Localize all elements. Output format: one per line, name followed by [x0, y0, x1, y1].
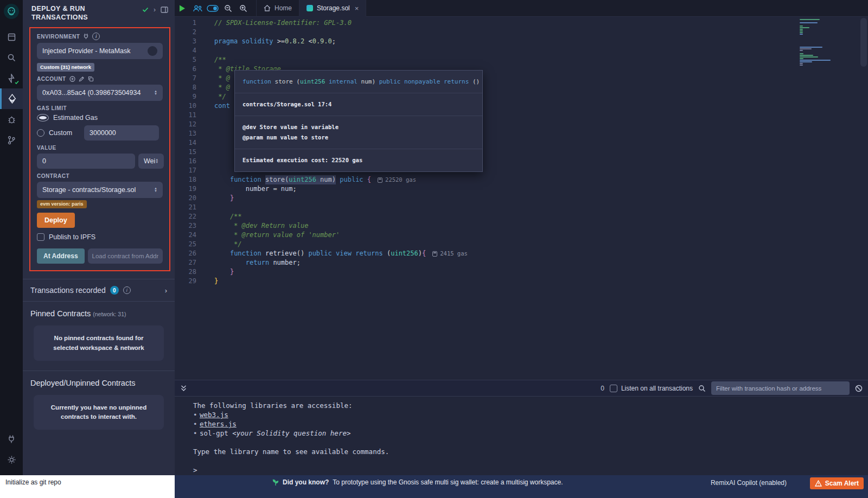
minimap-line — [800, 65, 803, 66]
code-line[interactable]: 27 return number; — [175, 258, 868, 267]
listen-all-checkbox[interactable] — [610, 385, 617, 392]
line-number: 3 — [175, 37, 196, 46]
zoom-out-icon[interactable] — [220, 0, 235, 17]
terminal-link[interactable]: ethers.js — [200, 420, 237, 428]
minimap[interactable] — [800, 19, 856, 73]
seedling-icon — [272, 479, 279, 486]
code-line[interactable]: 5/** — [175, 55, 868, 65]
code-line[interactable]: 2 — [175, 28, 868, 37]
value-unit-select[interactable]: Wei ▲▼ — [138, 154, 164, 169]
tab-storage-sol[interactable]: Storage.sol — [299, 0, 366, 17]
file-explorer-icon[interactable] — [0, 27, 23, 47]
minimap-line — [800, 25, 803, 27]
code-line[interactable]: 26 function retrieve() public view retur… — [175, 249, 868, 258]
transactions-count-badge: 0 — [110, 286, 119, 295]
code-line[interactable]: 23 * @dev Return value — [175, 221, 868, 231]
settings-icon[interactable] — [0, 449, 23, 470]
scam-alert-button[interactable]: Scam Alert — [810, 477, 864, 489]
code-line[interactable]: 22 /** — [175, 212, 868, 221]
transactions-info-icon[interactable] — [123, 286, 131, 294]
environment-info-icon[interactable] — [92, 33, 100, 40]
solidity-file-icon — [307, 5, 313, 11]
code-line[interactable]: 19 number = num; — [175, 184, 868, 194]
line-number: 2 — [175, 28, 196, 37]
code-line[interactable]: 29} — [175, 277, 868, 286]
code-line[interactable]: 4 — [175, 46, 868, 55]
remix-logo-icon[interactable] — [4, 4, 19, 19]
copilot-status[interactable]: RemixAI Copilot (enabled) — [711, 479, 787, 487]
sign-message-icon[interactable] — [79, 76, 85, 82]
code-editor[interactable]: 1// SPDX-License-Identifier: GPL-3.023pr… — [175, 17, 868, 380]
live-collab-icon[interactable] — [190, 0, 205, 17]
terminal-filter-input[interactable] — [711, 381, 850, 395]
unit-caret-icon: ▲▼ — [155, 158, 158, 164]
plugin-manager-icon[interactable] — [0, 429, 23, 449]
plug-icon[interactable] — [83, 33, 89, 40]
copy-account-icon[interactable] — [88, 76, 94, 82]
preview-toggle-icon[interactable] — [205, 0, 220, 17]
debugger-icon[interactable] — [0, 109, 23, 130]
line-number: 15 — [175, 148, 196, 157]
terminal-collapse-icon[interactable] — [180, 385, 187, 392]
at-address-input[interactable] — [88, 248, 163, 264]
deploy-button[interactable]: Deploy — [37, 213, 75, 228]
code-line[interactable]: 20 } — [175, 194, 868, 203]
code-line[interactable]: 24 * @return value of 'number' — [175, 231, 868, 240]
code-line[interactable]: 3pragma solidity >=0.8.2 <0.9.0; — [175, 37, 868, 46]
code-line[interactable]: 25 */ — [175, 240, 868, 249]
panel-collapse-icon[interactable]: › — [154, 6, 156, 14]
environment-label: ENVIRONMENT — [37, 34, 80, 40]
run-script-icon[interactable] — [175, 0, 190, 17]
code-line[interactable]: 28 } — [175, 267, 868, 277]
terminal-prompt[interactable]: > — [193, 465, 868, 475]
code-line[interactable]: 18 function store(uint256 num) public {2… — [175, 175, 868, 184]
publish-ipfs-checkbox[interactable] — [37, 233, 44, 241]
deploy-run-icon[interactable] — [0, 88, 23, 109]
estimated-gas-radio[interactable] — [37, 114, 49, 122]
panel-check-icon — [142, 7, 149, 13]
git-branch-icon[interactable] — [0, 130, 23, 150]
add-account-icon[interactable] — [69, 76, 75, 82]
at-address-button[interactable]: At Address — [37, 248, 85, 264]
terminal-line: •web3.js — [193, 410, 868, 419]
environment-select[interactable]: Injected Provider - MetaMask — [37, 43, 163, 59]
activity-bar — [0, 0, 23, 475]
transactions-recorded-row[interactable]: Transactions recorded 0 › — [23, 279, 175, 302]
terminal-search-icon[interactable] — [698, 385, 706, 392]
contract-select[interactable]: Storage - contracts/Storage.sol ▲▼ — [37, 182, 163, 198]
custom-gas-radio[interactable] — [37, 129, 44, 137]
line-number: 14 — [175, 138, 196, 148]
terminal[interactable]: The following libraries are accessible: … — [175, 397, 868, 475]
tooltip-location: contracts/Storage.sol 17:4 — [235, 93, 482, 116]
tab-home[interactable]: Home — [256, 0, 299, 17]
custom-gas-input[interactable] — [84, 125, 159, 141]
panel-pin-icon[interactable] — [161, 7, 168, 13]
listen-all-label: Listen on all transactions — [621, 385, 693, 392]
editor-scrollbar[interactable] — [860, 18, 867, 67]
value-input[interactable] — [37, 154, 135, 169]
transactions-expand-icon[interactable]: › — [165, 286, 167, 295]
minimap-line — [800, 34, 803, 35]
code-line[interactable]: 1// SPDX-License-Identifier: GPL-3.0 — [175, 18, 868, 28]
line-number: 13 — [175, 129, 196, 138]
search-icon[interactable] — [0, 47, 23, 68]
clear-terminal-icon[interactable] — [855, 385, 863, 392]
gas-icon — [432, 251, 437, 257]
solidity-compiler-icon[interactable] — [0, 68, 23, 88]
terminal-link[interactable]: web3.js — [200, 411, 228, 419]
environment-caret-icon — [148, 46, 157, 56]
account-select[interactable]: 0xA03...85ac4 (0.398673504934 ▲▼ — [37, 85, 163, 101]
minimap-line — [800, 61, 812, 62]
line-number: 17 — [175, 166, 196, 175]
compiled-check-icon — [14, 79, 20, 85]
git-init-button[interactable]: Initialize as git repo — [0, 475, 175, 498]
estimated-gas-label: Estimated Gas — [53, 114, 98, 122]
hover-tooltip: function store (uint256 internal num) pu… — [234, 70, 483, 172]
panel-title: DEPLOY & RUN TRANSACTIONS — [31, 5, 118, 22]
terminal-line: Type the library name to see available c… — [193, 447, 868, 456]
publish-ipfs-label: Publish to IPFS — [49, 233, 95, 241]
tab-close-icon[interactable] — [355, 4, 359, 12]
code-line[interactable]: 21 — [175, 203, 868, 212]
line-number: 9 — [175, 92, 196, 101]
zoom-in-icon[interactable] — [235, 0, 251, 17]
